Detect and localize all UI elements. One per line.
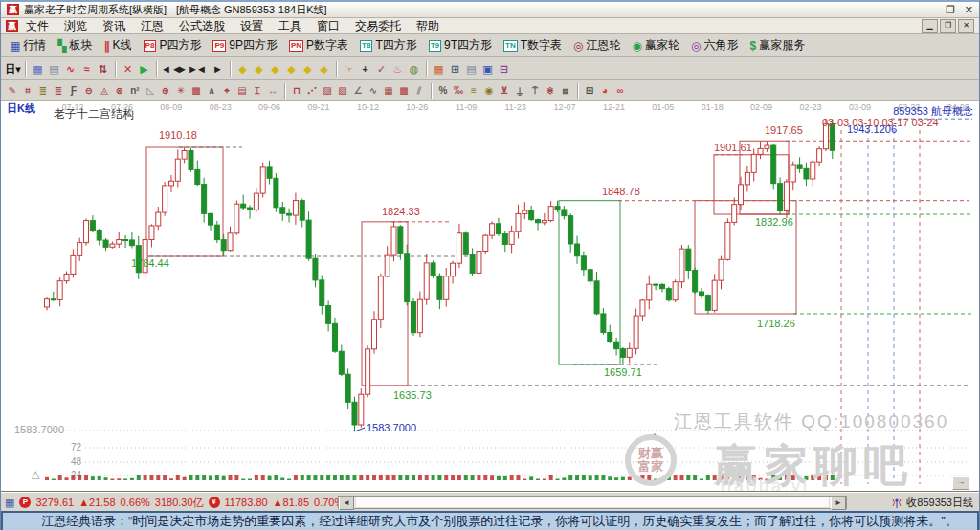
delete-icon[interactable]: ✕ xyxy=(120,59,136,78)
menu-item-窗口[interactable]: 窗口 xyxy=(309,17,347,35)
save-icon[interactable]: ▣ xyxy=(479,59,496,78)
last-page-icon[interactable]: ►► xyxy=(177,59,193,78)
wave-tool-icon[interactable]: ∿ xyxy=(366,82,381,99)
shade-tool-icon[interactable]: ▩ xyxy=(189,82,204,99)
menu-item-公式选股[interactable]: 公式选股 xyxy=(171,17,233,35)
box-tool-icon[interactable]: ⧈ xyxy=(558,82,573,99)
export-icon[interactable]: ⊟ xyxy=(496,59,512,78)
hand-icon[interactable]: ☞ xyxy=(341,59,357,78)
gann-grid-icon[interactable]: ≣ xyxy=(51,82,66,99)
infinity-icon[interactable]: ∞ xyxy=(612,82,628,99)
triangle-tool-icon[interactable]: ◬ xyxy=(97,82,112,99)
percent-tool-icon[interactable]: % xyxy=(435,82,451,99)
hatch2-tool-icon[interactable]: ▧ xyxy=(335,82,350,99)
beam-tool-icon[interactable]: ⌶ xyxy=(250,82,265,99)
table-tool-icon[interactable]: ▤ xyxy=(234,82,250,99)
grid-tool-icon[interactable]: ⌗ xyxy=(20,82,35,99)
peak-tool-icon[interactable]: ∧ xyxy=(204,82,219,99)
grid2-tool-icon[interactable]: ▦ xyxy=(381,82,396,99)
t-square-button[interactable]: T8T四方形 xyxy=(355,35,422,55)
scroll-left-icon[interactable]: ◄ xyxy=(339,497,354,510)
p-square-button[interactable]: P8P四方形 xyxy=(139,35,207,55)
gann-diamond-icon[interactable]: ◆ xyxy=(316,59,332,78)
kline-style2-icon[interactable]: ≈ xyxy=(78,59,95,78)
next-icon[interactable]: ► xyxy=(210,59,226,78)
9t-square-button[interactable]: T99T四方形 xyxy=(424,35,497,55)
copy-icon[interactable]: ▤ xyxy=(46,59,62,78)
gann-diamond-icon[interactable]: ◆ xyxy=(283,59,300,78)
9p-square-button[interactable]: P99P四方形 xyxy=(208,35,281,55)
menu-item-设置[interactable]: 设置 xyxy=(233,17,271,35)
collapse-arrow-button[interactable]: → xyxy=(952,476,969,490)
scroll-right-icon[interactable]: ► xyxy=(831,497,846,510)
tag-icon[interactable]: ♨ xyxy=(390,59,406,78)
winner-service-button[interactable]: $赢家服务 xyxy=(746,35,811,55)
calendar-icon[interactable]: ▦ xyxy=(431,59,447,78)
gann-diamond-icon[interactable]: ◆ xyxy=(267,59,283,78)
restore-window-icon[interactable]: ❐ xyxy=(946,4,955,16)
menu-item-工具[interactable]: 工具 xyxy=(271,17,309,35)
quotes-button[interactable]: ▦行情 xyxy=(5,35,51,55)
gann-diamond-icon[interactable]: ◆ xyxy=(251,59,267,78)
p-number-table-button[interactable]: PNP数字表 xyxy=(284,35,353,55)
levels-tool-icon[interactable]: ≡ xyxy=(466,82,481,99)
gann-circle-icon[interactable]: ⊕ xyxy=(158,82,173,99)
gann-diamond-icon[interactable]: ◆ xyxy=(300,59,316,78)
select-icon[interactable]: ✓ xyxy=(373,59,390,78)
menu-item-交易委托[interactable]: 交易委托 xyxy=(347,17,409,35)
grid-icon[interactable]: ▦ xyxy=(5,497,14,509)
star-tool-icon[interactable]: ✳ xyxy=(173,82,189,99)
calculator-icon[interactable]: ⊞ xyxy=(447,59,463,78)
scale-icon[interactable]: ⇅ xyxy=(95,59,111,78)
grid3-tool-icon[interactable]: ▩ xyxy=(396,82,412,99)
center-tool-icon[interactable]: ◉ xyxy=(481,82,497,99)
close-window-icon[interactable]: ✕ xyxy=(965,4,973,16)
image-icon[interactable]: ▦ xyxy=(30,59,46,78)
first-page-icon[interactable]: ◄◄ xyxy=(161,59,177,78)
support-tool-icon[interactable]: ⍊ xyxy=(512,82,527,99)
angle-tool-icon[interactable]: ◺ xyxy=(143,82,158,99)
permille-tool-icon[interactable]: ‰ xyxy=(451,82,466,99)
menu-item-江恩[interactable]: 江恩 xyxy=(133,17,171,35)
winner-wheel-button[interactable]: ◉赢家轮 xyxy=(628,35,684,55)
gann-wheel-button[interactable]: ◎江恩轮 xyxy=(568,35,625,55)
gann-fan-icon[interactable]: ≣ xyxy=(35,82,51,99)
parallel-lines-icon[interactable]: ⫽ xyxy=(412,82,427,99)
angle2-tool-icon[interactable]: ∠ xyxy=(350,82,366,99)
bracket-tool-icon[interactable]: ⊓ xyxy=(289,82,304,99)
panel-grid-icon[interactable]: ⊞ xyxy=(582,82,597,99)
sectors-button[interactable]: ▚板块 xyxy=(53,35,97,55)
square-numbers-icon[interactable]: n² xyxy=(127,82,143,99)
t-number-table-button[interactable]: TNT数字表 xyxy=(499,35,567,55)
kline-style-icon[interactable]: ∿ xyxy=(62,59,78,78)
crosshair-icon[interactable]: + xyxy=(357,59,373,78)
target-tool-icon[interactable]: ⌖ xyxy=(219,82,234,99)
horizontal-scrollbar[interactable]: ◄ ► xyxy=(338,496,847,509)
fibonacci-icon[interactable]: Ƒ xyxy=(66,82,81,99)
menu-item-浏览[interactable]: 浏览 xyxy=(56,17,95,35)
globe-icon[interactable]: ◍ xyxy=(406,59,422,78)
asterisk-tool-icon[interactable]: ⋇ xyxy=(543,82,558,99)
circle-tool-icon[interactable]: ⊖ xyxy=(81,82,97,99)
xor-tool-icon[interactable]: ⊻ xyxy=(497,82,512,99)
hexagon-button[interactable]: ◎六角形 xyxy=(686,35,743,55)
restore-child-icon[interactable]: ❐ xyxy=(940,19,956,33)
pie-icon[interactable]: ◕ xyxy=(597,82,612,99)
cross-circle-icon[interactable]: ⊗ xyxy=(112,82,127,99)
gann-diamond-icon[interactable]: ◆ xyxy=(234,59,251,78)
kline-button[interactable]: ∥K线 xyxy=(100,35,137,55)
candlestick-chart[interactable]: 724824 日K线 07-1207-2608-0908-2309-0609-2… xyxy=(1,101,979,492)
resistance-tool-icon[interactable]: ⍑ xyxy=(527,82,543,99)
menu-item-资讯[interactable]: 资讯 xyxy=(95,17,133,35)
dots-line-icon[interactable]: ⋰ xyxy=(304,82,320,99)
minimize-child-icon[interactable]: ▁ xyxy=(922,19,938,33)
prev-icon[interactable]: ◄ xyxy=(193,59,210,78)
close-child-icon[interactable]: ✕ xyxy=(958,19,974,33)
range-tool-icon[interactable]: ↔ xyxy=(265,82,280,99)
notes-icon[interactable]: ▤ xyxy=(463,59,479,78)
menu-item-帮助[interactable]: 帮助 xyxy=(409,17,447,35)
period-selector[interactable]: 日▾ xyxy=(5,59,21,78)
menu-item-文件[interactable]: 文件 xyxy=(18,17,56,35)
scrollbar-thumb[interactable] xyxy=(355,497,830,508)
pencil-icon[interactable]: ✎ xyxy=(5,82,20,99)
